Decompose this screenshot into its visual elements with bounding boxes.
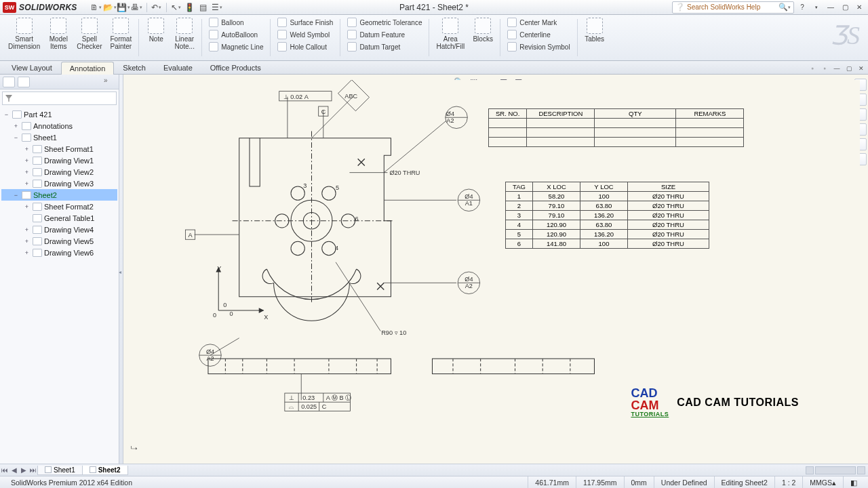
panel-collapse-icon[interactable]: » bbox=[104, 77, 116, 87]
qat-print-icon[interactable]: 🖶 bbox=[132, 2, 142, 13]
linear-note-button[interactable]: LinearNote... bbox=[170, 16, 199, 60]
sheet-nav-prev-icon[interactable]: ◀ bbox=[9, 466, 19, 474]
datum-feature-button[interactable]: Datum Feature bbox=[347, 30, 422, 39]
restore-button[interactable]: ▢ bbox=[839, 3, 851, 12]
tab-sketch[interactable]: Sketch bbox=[114, 61, 155, 74]
blocks-button[interactable]: Blocks bbox=[469, 16, 497, 60]
sheet-nav-last-icon[interactable]: ⏭ bbox=[28, 466, 38, 474]
mdi-min-icon[interactable]: — bbox=[831, 64, 842, 73]
tree-item-drawing-view1[interactable]: +Drawing View1 bbox=[1, 155, 117, 166]
tree-item-drawing-view2[interactable]: +Drawing View2 bbox=[1, 166, 117, 178]
weld-symbol-icon bbox=[277, 30, 287, 39]
revision-symbol-button[interactable]: Revision Symbol bbox=[507, 42, 570, 52]
surface-finish-button[interactable]: Surface Finish bbox=[277, 18, 333, 27]
balloon-button[interactable]: Balloon bbox=[209, 18, 263, 27]
tree-item-drawing-view5[interactable]: +Drawing View5 bbox=[1, 235, 117, 247]
watermark-tut: TUTORIALS bbox=[631, 411, 669, 418]
panel-tab-feature-icon[interactable] bbox=[3, 77, 15, 87]
spell-checker-button[interactable]: SpellChecker bbox=[73, 16, 106, 60]
tables-button[interactable]: Tables bbox=[580, 16, 609, 60]
help-search-input[interactable] bbox=[687, 3, 778, 11]
status-extra-icon[interactable]: ◧ bbox=[843, 476, 864, 488]
tab-evaluate[interactable]: Evaluate bbox=[155, 61, 201, 74]
solidworks-logo-icon: SW bbox=[3, 2, 16, 13]
tree-item-sheet-format2[interactable]: +Sheet Format2 bbox=[1, 201, 117, 212]
panel-tab-property-icon[interactable] bbox=[18, 77, 30, 87]
drawing-canvas[interactable]: ▫ ▫ — ▢ ✕ 🔍 ⬚ ↩ ◨ ◧ ▾ bbox=[123, 75, 868, 464]
note-button[interactable]: Note bbox=[142, 16, 170, 60]
tree-item-annotations[interactable]: +Annotations bbox=[1, 120, 117, 131]
panel-tab-strip: » bbox=[0, 75, 119, 89]
autoballoon-icon bbox=[209, 30, 218, 39]
centerline-button[interactable]: Centerline bbox=[507, 30, 570, 39]
magnetic-line-button[interactable]: Magnetic Line bbox=[209, 42, 263, 52]
tree-root[interactable]: −Part 421 bbox=[1, 108, 117, 120]
mdi-b-icon[interactable]: ▫ bbox=[819, 64, 830, 73]
qat-open-icon[interactable]: 📂 bbox=[104, 2, 115, 13]
svg-text:0: 0 bbox=[229, 310, 233, 317]
tree-item-general-table1[interactable]: General Table1 bbox=[1, 212, 117, 224]
qat-sep bbox=[146, 3, 147, 12]
ribbon-sep bbox=[340, 19, 340, 56]
mdi-max-icon[interactable]: ▢ bbox=[844, 64, 854, 73]
weld-symbol-button[interactable]: Weld Symbol bbox=[277, 30, 333, 39]
hole-callout-button[interactable]: Hole Callout bbox=[277, 42, 333, 52]
title-bar: SW SOLIDWORKS 🗎 📂 💾 🖶 ↶ ↖ 🚦 ▤ ☰ Part 421… bbox=[0, 0, 868, 15]
tree-item-drawing-view6[interactable]: +Drawing View6 bbox=[1, 247, 117, 258]
help-dropdown-icon[interactable]: ▾ bbox=[810, 3, 823, 12]
mdi-close-icon[interactable]: ✕ bbox=[856, 64, 867, 73]
sheet-tab-sheet2[interactable]: Sheet2 bbox=[82, 466, 128, 475]
sheet-tab-sheet1[interactable]: Sheet1 bbox=[37, 466, 83, 475]
ribbon: SmartDimension ModelItems SpellChecker F… bbox=[0, 15, 868, 61]
qat-save-icon[interactable]: 💾 bbox=[118, 2, 129, 13]
app-brand: SOLIDWORKS bbox=[19, 3, 77, 12]
center-mark-button[interactable]: Center Mark bbox=[507, 18, 570, 27]
svg-text:0.025: 0.025 bbox=[301, 403, 317, 410]
svg-text:0.23: 0.23 bbox=[302, 394, 315, 401]
tab-view-layout[interactable]: View Layout bbox=[3, 61, 61, 74]
svg-text:Ø4: Ø4 bbox=[465, 193, 473, 200]
minimize-button[interactable]: — bbox=[825, 3, 837, 12]
feature-tree[interactable]: −Part 421+Annotations−Sheet1+Sheet Forma… bbox=[0, 107, 119, 464]
tree-item-drawing-view3[interactable]: +Drawing View3 bbox=[1, 178, 117, 189]
svg-line-32 bbox=[384, 121, 446, 172]
sheet-nav-first-icon[interactable]: ⏮ bbox=[0, 466, 9, 474]
bom-table[interactable]: SR. NO.DESCRIPTIONQTYREMARKS bbox=[488, 108, 744, 147]
hole-table[interactable]: TAGX LOCY LOCSIZE158.20100Ø20 THRU279.10… bbox=[505, 182, 709, 249]
tab-office-products[interactable]: Office Products bbox=[201, 61, 270, 74]
area-hatch-button[interactable]: AreaHatch/Fill bbox=[432, 16, 469, 60]
svg-point-3 bbox=[322, 186, 336, 200]
datum-target-button[interactable]: Datum Target bbox=[347, 42, 422, 52]
qat-new-icon[interactable]: 🗎 bbox=[91, 2, 102, 13]
tab-annotation[interactable]: Annotation bbox=[61, 62, 115, 75]
qat-select-icon[interactable]: ↖ bbox=[171, 2, 182, 13]
format-painter-button[interactable]: FormatPainter bbox=[106, 16, 136, 60]
qat-options-icon[interactable]: ☰ bbox=[212, 2, 222, 13]
autoballoon-button[interactable]: AutoBalloon bbox=[209, 30, 263, 39]
tree-item-drawing-view4[interactable]: +Drawing View4 bbox=[1, 224, 117, 235]
hscroll[interactable] bbox=[128, 466, 869, 474]
tree-item-sheet2[interactable]: −Sheet2 bbox=[1, 189, 117, 201]
svg-rect-12 bbox=[208, 359, 391, 373]
close-button[interactable]: ✕ bbox=[853, 3, 865, 12]
tree-item-sheet1[interactable]: −Sheet1 bbox=[1, 131, 117, 143]
tree-item-sheet-format1[interactable]: +Sheet Format1 bbox=[1, 143, 117, 155]
model-items-button[interactable]: ModelItems bbox=[44, 16, 73, 60]
help-icon[interactable]: ? bbox=[796, 3, 808, 12]
tree-filter[interactable] bbox=[2, 92, 117, 105]
ribbon-sep bbox=[270, 19, 271, 56]
qat-layers-icon[interactable]: ▤ bbox=[198, 2, 209, 13]
sheet-nav-next-icon[interactable]: ▶ bbox=[19, 466, 28, 474]
help-search[interactable]: ❔ 🔍 ▾ bbox=[672, 1, 794, 14]
document-title: Part 421 - Sheet2 * bbox=[399, 3, 469, 12]
search-icon[interactable]: 🔍 bbox=[778, 3, 788, 12]
note-icon bbox=[148, 18, 164, 34]
geometric-tolerance-button[interactable]: Geometric Tolerance bbox=[347, 18, 422, 27]
smart-dimension-button[interactable]: SmartDimension bbox=[4, 16, 44, 60]
qat-rebuild-icon[interactable]: 🚦 bbox=[184, 2, 195, 13]
mdi-a-icon[interactable]: ▫ bbox=[807, 64, 818, 73]
status-units[interactable]: MMGS ▴ bbox=[802, 476, 843, 488]
watermark-text: CAD CAM TUTORIALS bbox=[677, 396, 799, 409]
search-dropdown-icon[interactable]: ▾ bbox=[788, 5, 791, 10]
qat-undo-icon[interactable]: ↶ bbox=[151, 2, 162, 13]
